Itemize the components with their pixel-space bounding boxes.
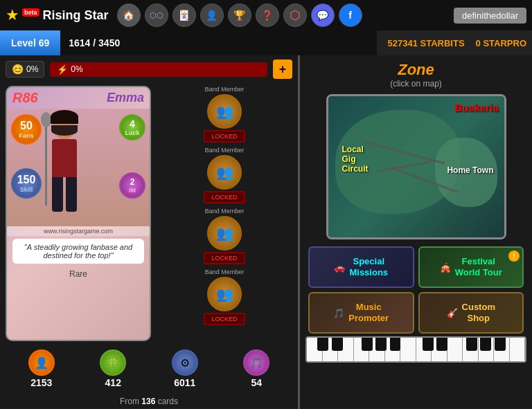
total-fans-item: 👤 2153 (28, 349, 55, 388)
piano-area (300, 336, 532, 367)
total-luck-value: 412 (105, 377, 121, 388)
piano-black-key-10 (495, 338, 506, 351)
question-button[interactable]: ❓ (256, 3, 279, 27)
logo-text: beta Rising Star (22, 8, 109, 23)
skill-bubble: 150 Skill (11, 168, 42, 199)
local-gig-label[interactable]: Local Gig Circuit (342, 145, 369, 174)
energy-plus-button[interactable]: + (273, 60, 292, 79)
from-cards-text: From 136 cards (0, 394, 298, 409)
total-fans-icon: 👤 (28, 349, 55, 376)
band-slot-1-label: Band Member (205, 86, 245, 93)
top-nav: ★ beta Rising Star 🏠 ⬡⬡ 🃏 👤 🏆 ❓ ⬡ 💬 f de… (0, 0, 532, 30)
card-name: Emma (107, 91, 144, 105)
trophy-button[interactable]: 🏆 (228, 3, 251, 27)
beta-badge: beta (22, 8, 39, 17)
ego-value: 0% (26, 64, 38, 74)
band-people-icon-4: 👥 (216, 286, 233, 302)
energy-icon: ⚡ (57, 64, 68, 75)
card-website: www.risingstargame.com (7, 226, 150, 236)
card-id: R86 (12, 90, 38, 106)
festival-badge: ! (508, 251, 520, 262)
total-im-item: 🎵 54 (243, 349, 269, 388)
band-slot-2-label: Band Member (205, 147, 245, 154)
circuit-label: Circuit (342, 164, 369, 174)
piano-black-key-7 (436, 338, 447, 351)
band-slot-4-icon[interactable]: 👥 (207, 277, 242, 311)
im-bubble: 2 IM (119, 172, 145, 199)
right-panel: Zone (click on map) Buskeria Local (298, 55, 532, 409)
band-slot-2: Band Member 👥 LOCKED (157, 147, 292, 203)
xp-text: 1614 / 3450 (69, 37, 120, 48)
festival-label: FestivalWorld Tour (455, 256, 502, 278)
piano-black-key-3 (362, 338, 373, 351)
total-skill-icon: ⚙ (172, 349, 198, 376)
starbits-display: 527341 STARBITS (377, 38, 476, 48)
band-slot-4-locked: LOCKED (204, 313, 245, 325)
energy-bar: ⚡ 0% (50, 62, 267, 77)
logo-star-icon: ★ (6, 6, 19, 24)
energy-value: 0% (71, 64, 82, 74)
person-button[interactable]: 👤 (200, 3, 224, 27)
home-town-label[interactable]: Home Town (447, 165, 493, 175)
band-slot-3-label: Band Member (205, 208, 245, 215)
piano-black-key-5 (390, 338, 401, 351)
luck-bubble: 4 Luck (119, 114, 145, 140)
total-skill-value: 6011 (174, 377, 195, 388)
character-card[interactable]: R86 Emma (6, 86, 151, 341)
piano-keys (305, 336, 526, 363)
zone-buttons: 🚗 SpecialMissions ! 🎪 FestivalWorld Tour… (300, 244, 532, 336)
diamond-button[interactable]: ⬡⬡ (145, 3, 168, 27)
total-im-value: 54 (251, 377, 262, 388)
cards-button[interactable]: 🃏 (172, 3, 196, 27)
total-skill-item: ⚙ 6011 (172, 349, 198, 388)
hive-button[interactable]: ⬡ (283, 3, 307, 27)
band-slot-3-icon[interactable]: 👥 (207, 216, 242, 251)
card-quote: "A steadily growing fanbase and destined… (12, 239, 144, 264)
zone-title: Zone (300, 61, 532, 79)
ego-bar: 😊 0% (6, 61, 44, 78)
level-badge: Level 69 (0, 30, 60, 55)
piano-black-key-1 (317, 338, 328, 351)
xp-bar: 1614 / 3450 (60, 30, 376, 55)
stats-bar: 😊 0% ⚡ 0% + (0, 55, 298, 83)
total-im-icon: 🎵 (243, 349, 269, 376)
band-slot-4-label: Band Member (205, 269, 245, 275)
map-container[interactable]: Buskeria Local Gig Circuit Home Town (326, 94, 506, 239)
card-band-area: R86 Emma (0, 83, 298, 344)
band-slot-1-icon[interactable]: 👥 (207, 94, 242, 129)
ego-icon: 😊 (12, 64, 24, 75)
custom-shop-button[interactable]: 🎸 CustomShop (418, 292, 524, 334)
festival-icon: 🎪 (440, 262, 451, 273)
total-fans-value: 2153 (30, 377, 52, 388)
band-slot-2-icon[interactable]: 👥 (207, 155, 242, 190)
zone-header: Zone (click on map) (300, 55, 532, 90)
zone-subtitle: (click on map) (300, 79, 532, 89)
special-missions-button[interactable]: 🚗 SpecialMissions (308, 246, 414, 288)
music-promoter-label: MusicPromoter (348, 302, 389, 323)
cards-count: 136 (141, 397, 155, 406)
discord-button[interactable]: 💬 (311, 3, 335, 27)
music-promoter-button[interactable]: 🎵 MusicPromoter (308, 292, 414, 334)
band-slot-1: Band Member 👥 LOCKED (157, 86, 292, 143)
user-badge[interactable]: definithedollar (454, 8, 526, 24)
buskeria-label[interactable]: Buskeria (454, 102, 498, 113)
piano-black-key-8 (466, 338, 477, 351)
band-people-icon-2: 👥 (216, 164, 233, 181)
total-luck-icon: 🍀 (100, 349, 126, 376)
band-people-icon-3: 👥 (216, 225, 233, 242)
piano-black-key-4 (375, 338, 387, 351)
special-missions-icon: 🚗 (334, 262, 345, 273)
facebook-button[interactable]: f (339, 3, 362, 27)
custom-shop-icon: 🎸 (447, 308, 458, 318)
festival-world-tour-button[interactable]: ! 🎪 FestivalWorld Tour (418, 246, 524, 288)
band-slot-1-locked: LOCKED (204, 130, 245, 143)
right-panel-inner: Zone (click on map) Buskeria Local (300, 55, 532, 409)
fans-bubble: 50 Fans (11, 114, 42, 145)
piano-black-key-6 (423, 338, 434, 351)
nav-icon-list: 🏠 ⬡⬡ 🃏 👤 🏆 ❓ ⬡ 💬 f (117, 3, 362, 27)
home-button[interactable]: 🏠 (117, 3, 141, 27)
total-luck-item: 🍀 412 (100, 349, 126, 388)
card-header: R86 Emma (7, 87, 150, 109)
band-people-icon: 👥 (216, 103, 233, 120)
band-slots: Band Member 👥 LOCKED Band Member 👥 LOCKE… (157, 86, 292, 341)
